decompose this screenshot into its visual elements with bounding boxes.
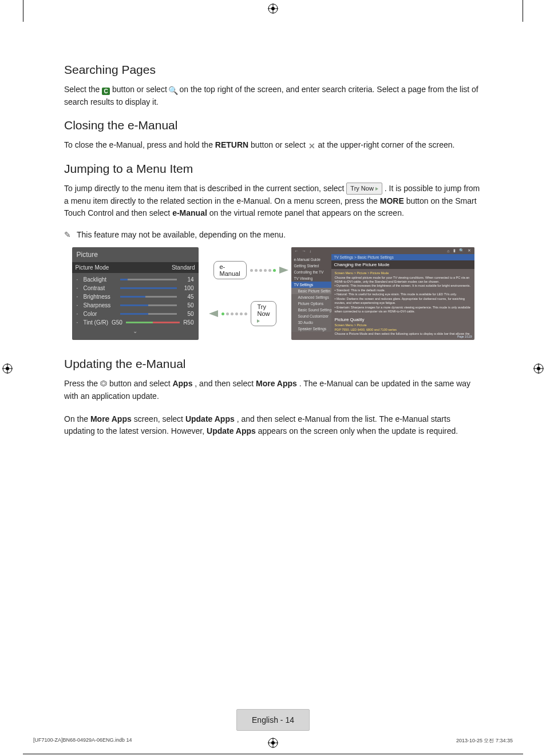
- text: • Dynamic: This increases the brightness…: [335, 284, 471, 288]
- footer-timestamp: 2013-10-25 오전 7:34:35: [456, 737, 513, 745]
- heading-searching-pages: Searching Pages: [64, 63, 482, 77]
- sidebar-item: Sound Customizer: [291, 313, 331, 319]
- sidebar-item: Basic Picture Settings: [291, 288, 331, 294]
- more-apps-label: More Apps: [256, 379, 297, 388]
- text: button or select: [112, 85, 169, 94]
- emanual-label: e-Manual: [172, 208, 207, 217]
- trynow-label: Try Now: [350, 185, 374, 192]
- down-icon: ↓: [310, 249, 312, 253]
- footer-filename: [UF7100-ZA]BN68-04929A-06ENG.indb 14: [33, 737, 132, 745]
- picture-mode-label: Picture Mode: [76, 264, 109, 271]
- text: button or select: [251, 140, 308, 149]
- svg-point-3: [271, 7, 275, 10]
- text: To close the e-Manual, press and hold th…: [64, 140, 215, 149]
- play-icon: [375, 187, 378, 191]
- return-label: RETURN: [215, 140, 248, 149]
- arrow-left-icon: [209, 310, 218, 317]
- trynow-label: Try Now: [257, 303, 270, 317]
- emanual-path: Screen Menu > Picture: [335, 323, 471, 327]
- note: This feature may not be available, depen…: [64, 230, 482, 239]
- registration-mark-icon: [268, 3, 278, 14]
- sidebar-item: Basic Sound Settings: [291, 307, 331, 313]
- emanual-pill: e-Manual: [213, 261, 247, 279]
- label: Backlight: [84, 276, 117, 283]
- figure-connectors: e-Manual Try Now: [213, 247, 276, 340]
- value: 50: [180, 302, 194, 308]
- page-footer-badge: English - 14: [236, 709, 310, 731]
- crop-mark: [23, 0, 23, 22]
- crop-mark: [523, 0, 523, 22]
- emanual-path: Screen Menu > Picture > Picture Mode: [335, 271, 471, 275]
- label: Color: [84, 311, 117, 317]
- slider-contrast: ·Contrast100: [77, 284, 194, 292]
- paragraph: Press the button and select Apps , and t…: [64, 378, 482, 402]
- panel-title: Picture: [77, 251, 194, 259]
- sidebar-item: TV Viewing: [291, 275, 331, 282]
- picture-mode-value: Standard: [172, 264, 195, 271]
- close-icon: ✕: [308, 143, 316, 151]
- page-indicator: Page 1/119: [457, 335, 472, 339]
- label: Tint (G/R): [84, 319, 109, 326]
- tint-r: R50: [183, 319, 193, 326]
- paragraph: On the More Apps screen, select Update A…: [64, 413, 482, 438]
- home-icon: ⌂: [447, 249, 449, 253]
- back-icon: ←: [295, 249, 299, 253]
- apps-label: Apps: [172, 379, 192, 388]
- update-apps-label: Update Apps: [185, 414, 235, 423]
- play-icon: [257, 319, 260, 323]
- registration-mark-icon: [2, 363, 13, 374]
- value: 14: [180, 276, 194, 283]
- sidebar-item: Controlling the TV: [291, 269, 331, 275]
- label: Brightness: [84, 294, 117, 300]
- heading-closing-emanual: Closing the e-Manual: [64, 118, 482, 132]
- text: • Natural: This is useful for reducing e…: [335, 292, 471, 296]
- emanual-heading: Changing the Picture Mode: [331, 260, 474, 269]
- text: • Entertain: Sharpens images for a more …: [335, 306, 471, 314]
- text: Press the: [64, 379, 100, 388]
- search-icon: 🔍: [169, 87, 177, 94]
- emanual-panel: ←→↓⌂▮🔍✕ e-Manual Guide Getting Started C…: [291, 247, 474, 340]
- close-icon: ✕: [468, 248, 471, 253]
- emanual-sidebar: e-Manual Guide Getting Started Controlli…: [291, 254, 331, 323]
- text: • Standard: This is the default mode.: [335, 288, 471, 292]
- trynow-button-icon: Try Now: [346, 183, 382, 195]
- search-icon: 🔍: [459, 248, 464, 253]
- emanual-body: Screen Menu > Picture > Picture Mode Cho…: [331, 269, 474, 338]
- heading-jumping-to-menu: Jumping to a Menu Item: [64, 162, 482, 176]
- emanual-main: TV Settings > Basic Picture Settings Cha…: [331, 254, 474, 323]
- text: appears on the screen only when the upda…: [258, 426, 458, 436]
- text: PDP 7550, LED 6400, 6800 and 7100 series: [335, 328, 471, 332]
- sidebar-item: Speaker Settings: [291, 326, 331, 332]
- emanual-toolbar: ←→↓⌂▮🔍✕: [291, 247, 474, 254]
- text: button and select: [109, 379, 173, 388]
- sidebar-item: e-Manual Guide: [291, 256, 331, 263]
- text: • Movie: Darkens the screen and reduces …: [335, 297, 471, 306]
- sidebar-item: Advanced Settings: [291, 294, 331, 300]
- svg-marker-17: [102, 382, 105, 385]
- svg-marker-16: [101, 381, 106, 386]
- slider-brightness: ·Brightness45: [77, 292, 194, 301]
- slider-sharpness: ·Sharpness50: [77, 301, 194, 310]
- more-apps-label: More Apps: [90, 414, 132, 423]
- update-apps-label: Update Apps: [207, 426, 256, 436]
- svg-point-7: [6, 367, 9, 370]
- paragraph: To jump directly to the menu item that i…: [64, 183, 482, 220]
- crop-mark: [23, 754, 523, 754]
- tv-picture-panel: Picture Picture ModeStandard ·Backlight1…: [72, 247, 199, 340]
- text: On the: [64, 414, 90, 423]
- text: Choose the optimal picture mode for your…: [335, 276, 471, 284]
- value: 100: [180, 285, 194, 291]
- sidebar-item: 3D Audio: [291, 319, 331, 326]
- emanual-heading: Picture Quality: [335, 317, 471, 323]
- text: , and then select: [195, 379, 256, 388]
- text: Select the: [64, 85, 102, 94]
- svg-point-11: [537, 367, 540, 370]
- chevron-down-icon: ⌄: [77, 328, 194, 334]
- text: screen, select: [134, 414, 185, 423]
- sidebar-item: TV Settings: [291, 282, 331, 288]
- text: at the upper-right corner of the screen.: [318, 140, 455, 149]
- arrow-right-icon: [279, 267, 288, 274]
- text: To jump directly to the menu item that i…: [64, 184, 346, 193]
- c-button-icon: C: [102, 88, 110, 95]
- text: on the virtual remote panel that appears…: [209, 208, 404, 217]
